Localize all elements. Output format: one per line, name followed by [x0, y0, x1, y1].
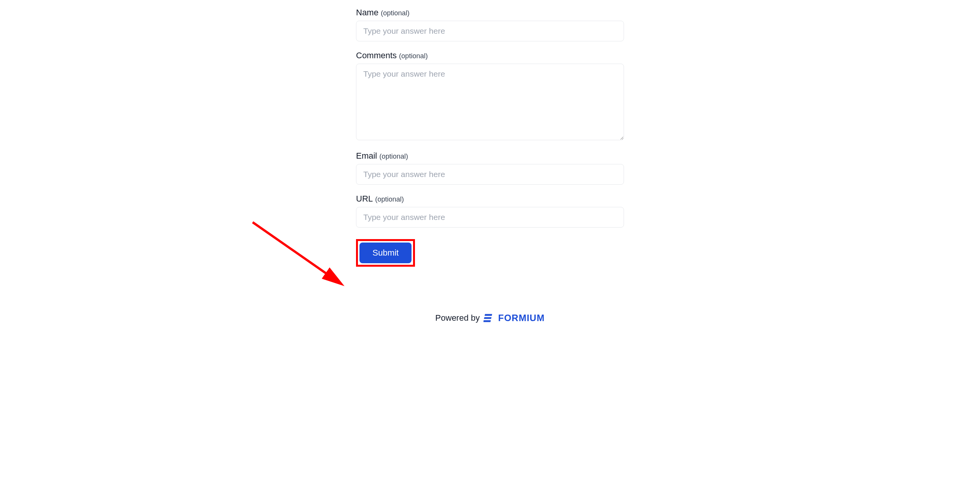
field-name-hint: (optional): [381, 9, 410, 17]
field-email-label-row: Email (optional): [356, 151, 624, 161]
url-input[interactable]: [356, 207, 624, 228]
svg-line-1: [253, 222, 341, 284]
annotation-arrow-icon: [249, 218, 360, 295]
svg-rect-2: [485, 314, 492, 316]
field-url-hint: (optional): [375, 195, 404, 203]
field-name-label: Name: [356, 8, 379, 18]
footer-prefix: Powered by: [435, 313, 480, 323]
form-container: Name (optional) Comments (optional) Emai…: [356, 8, 624, 267]
field-email-label: Email: [356, 151, 377, 161]
svg-rect-3: [484, 317, 492, 319]
field-email: Email (optional): [356, 151, 624, 185]
field-comments-label-row: Comments (optional): [356, 51, 624, 61]
footer: Powered by FORMIUM: [435, 313, 545, 323]
field-comments-label: Comments: [356, 51, 397, 61]
field-comments-hint: (optional): [399, 52, 428, 60]
field-url-label: URL: [356, 194, 373, 204]
field-url-label-row: URL (optional): [356, 194, 624, 204]
submit-highlight-box: Submit: [356, 239, 415, 267]
submit-button[interactable]: Submit: [359, 243, 412, 263]
email-input[interactable]: [356, 164, 624, 185]
name-input[interactable]: [356, 21, 624, 41]
field-name-label-row: Name (optional): [356, 8, 624, 18]
field-email-hint: (optional): [379, 153, 408, 161]
footer-brand[interactable]: FORMIUM: [498, 313, 545, 323]
field-name: Name (optional): [356, 8, 624, 41]
field-comments: Comments (optional): [356, 51, 624, 142]
formium-logo-icon: [483, 313, 494, 323]
svg-rect-4: [483, 320, 491, 322]
comments-input[interactable]: [356, 64, 624, 140]
field-url: URL (optional): [356, 194, 624, 228]
